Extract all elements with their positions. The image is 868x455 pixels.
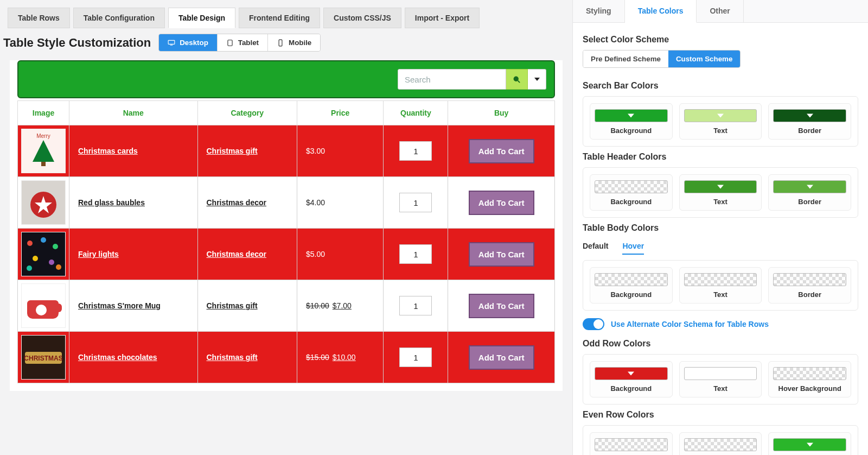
body-subtab-default[interactable]: Default xyxy=(583,238,608,255)
chevron-down-icon xyxy=(534,77,540,82)
color-label: Background xyxy=(595,384,668,393)
product-category-link[interactable]: Christmas gift xyxy=(207,301,258,310)
side-tab-table-colors[interactable]: Table Colors xyxy=(625,0,697,23)
product-category-link[interactable]: Christmas decor xyxy=(207,250,266,258)
color-swatch[interactable] xyxy=(684,273,757,286)
svg-line-5 xyxy=(518,80,520,83)
svg-point-17 xyxy=(33,256,38,261)
alternate-rows-toggle[interactable] xyxy=(583,318,604,330)
color-swatch[interactable] xyxy=(684,180,757,193)
desktop-icon xyxy=(168,39,175,47)
table-row: CHRISTMAS Christmas chocolates Christmas… xyxy=(18,332,555,383)
color-swatch[interactable] xyxy=(684,109,757,122)
color-swatch[interactable] xyxy=(595,367,668,380)
product-price: $3.00 xyxy=(297,125,384,177)
col-buy[interactable]: Buy xyxy=(448,101,555,125)
col-price[interactable]: Price xyxy=(297,101,384,125)
side-tabs: Styling Table Colors Other xyxy=(573,0,868,23)
color-swatch[interactable] xyxy=(595,180,668,193)
product-category-link[interactable]: Christmas gift xyxy=(207,147,258,155)
product-thumbnail: CHRISTMAS xyxy=(21,335,66,380)
product-price: $4.00 xyxy=(297,177,384,229)
col-category[interactable]: Category xyxy=(197,101,297,125)
col-image[interactable]: Image xyxy=(18,101,69,125)
product-name-link[interactable]: Christmas chocolates xyxy=(78,353,157,362)
color-swatch[interactable] xyxy=(595,273,668,286)
scheme-predefined[interactable]: Pre Defined Scheme xyxy=(583,50,668,67)
product-price: $5.00 xyxy=(297,229,384,280)
product-category-link[interactable]: Christmas gift xyxy=(207,353,258,362)
color-swatch[interactable] xyxy=(684,438,757,451)
col-name[interactable]: Name xyxy=(69,101,198,125)
device-mobile[interactable]: Mobile xyxy=(267,34,320,51)
color-label: Text xyxy=(684,198,757,206)
color-swatch[interactable] xyxy=(595,438,668,451)
device-desktop[interactable]: Desktop xyxy=(159,34,217,51)
svg-point-15 xyxy=(41,237,46,243)
svg-rect-22 xyxy=(55,304,62,312)
product-category-link[interactable]: Christmas decor xyxy=(207,198,266,207)
tab-table-rows[interactable]: Table Rows xyxy=(8,8,70,28)
scheme-custom[interactable]: Custom Scheme xyxy=(668,50,740,67)
quantity-input[interactable] xyxy=(399,141,432,161)
device-tablet[interactable]: Tablet xyxy=(217,34,267,51)
product-name-link[interactable]: Fairy lights xyxy=(78,250,119,258)
device-group: Desktop Tablet Mobile xyxy=(158,34,321,52)
search-dropdown-button[interactable] xyxy=(528,69,546,90)
add-to-cart-button[interactable]: Add To Cart xyxy=(469,139,534,163)
quantity-input[interactable] xyxy=(399,347,432,367)
alternate-rows-label: Use Alternate Color Schema for Table Row… xyxy=(611,320,769,328)
color-swatch[interactable] xyxy=(773,273,846,286)
body-subtab-hover[interactable]: Hover xyxy=(622,238,644,255)
color-cell-body-text: Text xyxy=(679,267,762,304)
add-to-cart-button[interactable]: Add To Cart xyxy=(469,191,534,215)
color-swatch[interactable] xyxy=(684,367,757,380)
svg-marker-32 xyxy=(807,185,813,188)
svg-rect-3 xyxy=(279,40,282,46)
tablet-icon xyxy=(226,39,234,47)
tab-frontend-editing[interactable]: Frontend Editing xyxy=(239,8,320,28)
svg-point-23 xyxy=(36,305,47,315)
color-swatch[interactable] xyxy=(773,367,846,380)
quantity-input[interactable] xyxy=(399,193,432,212)
svg-marker-37 xyxy=(717,371,724,375)
color-cell-body-border: Border xyxy=(768,267,851,304)
tab-import-export[interactable]: Import - Export xyxy=(405,8,480,28)
svg-marker-6 xyxy=(534,78,540,81)
tab-table-design[interactable]: Table Design xyxy=(168,8,235,28)
tab-table-configuration[interactable]: Table Configuration xyxy=(73,8,165,28)
search-bar xyxy=(17,60,555,98)
quantity-input[interactable] xyxy=(399,244,432,264)
section-search-bar-colors: Search Bar Colors xyxy=(583,81,858,91)
svg-point-20 xyxy=(56,264,61,270)
color-cell-odd-text: Text xyxy=(679,361,762,397)
svg-point-18 xyxy=(49,260,54,265)
section-even-row-colors: Even Row Colors xyxy=(583,410,858,420)
color-label: Text xyxy=(684,127,757,135)
svg-marker-28 xyxy=(717,113,724,117)
add-to-cart-button[interactable]: Add To Cart xyxy=(469,345,534,370)
color-swatch[interactable] xyxy=(773,438,846,451)
col-quantity[interactable]: Quantity xyxy=(384,101,448,125)
color-swatch[interactable] xyxy=(773,109,846,122)
add-to-cart-button[interactable]: Add To Cart xyxy=(469,242,534,267)
color-swatch[interactable] xyxy=(773,180,846,193)
product-name-link[interactable]: Red glass baubles xyxy=(78,198,145,207)
side-tab-styling[interactable]: Styling xyxy=(573,0,625,22)
side-tab-other[interactable]: Other xyxy=(697,0,743,22)
svg-marker-27 xyxy=(628,113,634,117)
product-name-link[interactable]: Christmas S'more Mug xyxy=(78,301,161,310)
main-tabs: Table Rows Table Configuration Table Des… xyxy=(0,0,572,34)
product-name-link[interactable]: Christmas cards xyxy=(78,147,138,155)
search-input[interactable] xyxy=(398,69,506,90)
color-swatch[interactable] xyxy=(595,109,668,122)
search-button[interactable] xyxy=(506,69,528,90)
tab-custom-css-js[interactable]: Custom CSS/JS xyxy=(323,8,401,28)
section-table-header-colors: Table Header Colors xyxy=(583,152,858,162)
product-thumbnail xyxy=(21,232,66,276)
color-cell-header-bg: Background xyxy=(590,174,673,211)
add-to-cart-button[interactable]: Add To Cart xyxy=(469,294,534,318)
color-cell-odd-bg: Background xyxy=(590,361,673,397)
table-row: Red glass baubles Christmas decor $4.00 … xyxy=(18,177,555,229)
quantity-input[interactable] xyxy=(399,296,432,315)
